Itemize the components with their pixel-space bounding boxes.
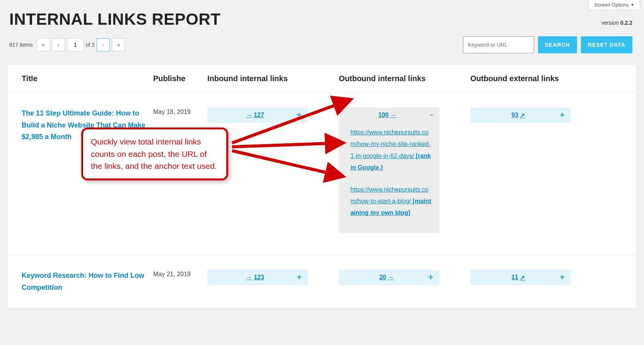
items-count: 817 items xyxy=(9,42,33,48)
outbound-external-box: 11 ↗ + xyxy=(470,270,571,285)
page-of-label: of 2 xyxy=(86,42,95,48)
outbound-internal-box: 20 → + xyxy=(339,270,439,285)
table-row: Keyword Research: How to Find Low Compet… xyxy=(8,255,636,308)
col-title[interactable]: Title xyxy=(22,74,153,83)
expand-inbound-button[interactable]: + xyxy=(297,110,302,120)
inbound-links-box: → 127 + xyxy=(207,107,308,123)
inbound-links-box: → 123 + xyxy=(207,270,308,285)
arrow-right-icon: → xyxy=(246,274,252,281)
list-item[interactable]: https://www.nichepursuits.com/how-to-sta… xyxy=(350,184,432,219)
search-input[interactable] xyxy=(463,36,534,53)
arrow-right-icon: → xyxy=(388,274,394,281)
page-next-button[interactable]: › xyxy=(97,38,110,51)
page-input[interactable] xyxy=(67,38,84,51)
annotation-text: Quickly view total internal links counts… xyxy=(91,136,219,172)
outbound-external-box: 93 ↗ + xyxy=(470,107,571,123)
arrow-right-icon: → xyxy=(390,112,396,119)
page-last-button[interactable]: » xyxy=(112,38,125,51)
expand-external-button[interactable]: + xyxy=(560,110,565,120)
collapse-outbound-button[interactable]: − xyxy=(430,112,433,119)
list-item[interactable]: https://www.nichepursuits.com/how-my-nic… xyxy=(350,127,432,174)
expand-external-button[interactable]: + xyxy=(560,272,565,282)
col-published[interactable]: Publishe xyxy=(153,74,207,83)
page-title: INTERNAL LINKS REPORT xyxy=(9,10,220,29)
expand-inbound-button[interactable]: + xyxy=(297,272,302,282)
page-first-button[interactable]: « xyxy=(37,38,50,51)
outbound-external-count-link[interactable]: 11 ↗ xyxy=(477,274,560,281)
col-outbound-external[interactable]: Outbound external links xyxy=(470,74,602,83)
inbound-count-link[interactable]: → 127 xyxy=(214,112,297,119)
outbound-external-count-link[interactable]: 93 ↗ xyxy=(477,112,560,119)
published-date: May 21, 2019 xyxy=(153,270,207,293)
screen-options-label: Screen Options xyxy=(594,2,629,8)
col-outbound-internal[interactable]: Outbound internal links xyxy=(339,74,470,83)
annotation-callout: Quickly view total internal links counts… xyxy=(81,127,228,180)
inbound-count-link[interactable]: → 123 xyxy=(214,274,297,281)
table-row: The 11 Step Ultimate Guide: How to Build… xyxy=(8,93,636,255)
caret-down-icon: ▼ xyxy=(630,3,634,7)
screen-options-button[interactable]: Screen Options ▼ xyxy=(588,0,640,10)
report-table: Title Publishe Inbound internal links Ou… xyxy=(8,65,636,308)
search-button[interactable]: SEARCH xyxy=(538,36,577,53)
reset-data-button[interactable]: RESET DATA xyxy=(581,36,632,53)
outbound-links-list[interactable]: https://www.nichepursuits.com/how-my-nic… xyxy=(339,123,439,233)
outbound-internal-expanded: 100 → − https://www.nichepursuits.com/ho… xyxy=(339,107,439,233)
page-prev-button[interactable]: ‹ xyxy=(52,38,65,51)
table-header: Title Publishe Inbound internal links Ou… xyxy=(8,65,636,93)
outbound-internal-count-link[interactable]: 20 → xyxy=(345,274,428,281)
pagination: « ‹ of 2 › » xyxy=(37,38,125,51)
arrow-outbound-icon: ↗ xyxy=(520,112,525,119)
post-title-link[interactable]: Keyword Research: How to Find Low Compet… xyxy=(22,272,144,291)
outbound-internal-count-link[interactable]: 100 → xyxy=(345,112,430,119)
expand-outbound-button[interactable]: + xyxy=(428,272,433,282)
version-label: version 0.2.2 xyxy=(601,20,632,26)
arrow-outbound-icon: ↗ xyxy=(520,274,525,281)
col-inbound[interactable]: Inbound internal links xyxy=(207,74,339,83)
arrow-right-icon: → xyxy=(246,112,252,119)
